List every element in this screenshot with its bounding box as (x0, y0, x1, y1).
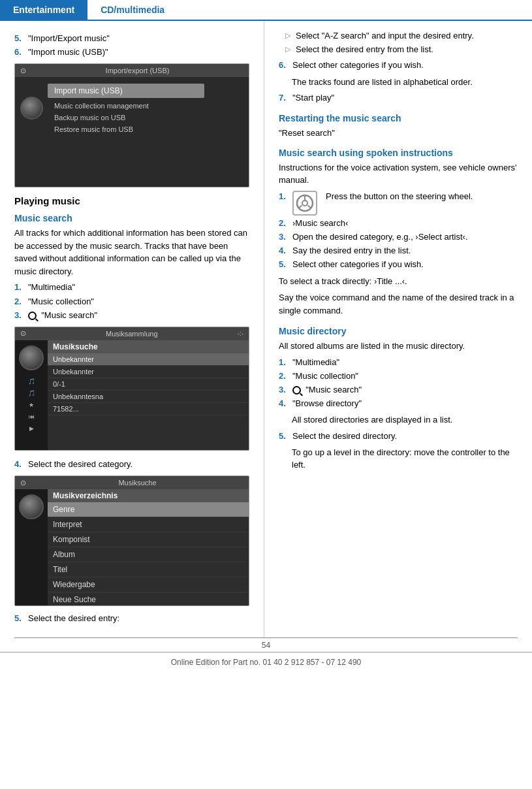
spoken-para: Instructions for the voice activation sy… (279, 161, 520, 187)
tab-cd-multimedia[interactable]: CD/multimedia (87, 0, 178, 20)
footer-divider: 54 (14, 637, 518, 650)
list-num: 5. (14, 33, 25, 44)
dir-step-5: 5. Select the desired directory. (279, 430, 520, 442)
topbar-title-3: Musiksuche (31, 479, 243, 487)
restarting-title: Restarting the music search (279, 113, 520, 123)
step-num: 2. (279, 370, 289, 382)
step-num: 1. (14, 282, 25, 293)
step-text: "Music search" (292, 384, 362, 396)
sidebar-knob-3 (19, 494, 44, 519)
screen-list-item-interpret: Interpret (48, 517, 249, 532)
dir-steps-list: 1. "Multimedia" 2. "Music collection" 3.… (279, 357, 520, 410)
list-item: 5. Select the desired entry: (14, 613, 252, 624)
spoken-step-4: 4. Say the desired entry in the list. (279, 245, 520, 257)
main-header-label: Musiksuche (53, 342, 98, 351)
spoken-note1: To select a track directly: ›Title ...‹. (279, 275, 520, 288)
step-num: 1. (279, 191, 289, 202)
topbar-icon-3: ⊙ (20, 479, 26, 487)
step-text: "Multimedia" (292, 357, 339, 368)
spoken-steps-list: 1. Press the button on the steering whee… (279, 191, 520, 271)
menu-item: Restore music from USB (48, 123, 249, 135)
bullet-item-2: ▷ Select the desired entry from the list… (279, 44, 520, 56)
screen-main-header-2: Musiksuche (48, 340, 249, 353)
screen-topbar-2: ⊙ Musiksammlung -:- (15, 327, 249, 340)
playing-music-title: Playing music (14, 195, 252, 206)
search-icon-dir (292, 386, 301, 394)
dir-step-3: 3. "Music search" (279, 384, 520, 396)
dir-step5-note: To go up a level in the directory: move … (279, 446, 520, 472)
list-item: 4. Select the desired category. (14, 459, 252, 470)
item-label: Unbekannter (53, 368, 94, 376)
screenshot-musikverzeichnis: ⊙ Musiksuche Musikverzeichnis Genre Inte… (14, 475, 249, 606)
step-text: "Music collection" (292, 370, 358, 382)
step6-note: The tracks found are listed in alphabeti… (279, 76, 520, 89)
music-search-para: All tracks for which additional informat… (14, 227, 252, 278)
list-text: "Import/Export music" (28, 33, 110, 44)
list-item: 6. "Import music (USB)" (14, 46, 252, 58)
footer-text: Online Edition for Part no. 01 40 2 912 … (171, 658, 362, 667)
step-num: 2. (279, 217, 289, 229)
step-num: 3. (279, 384, 289, 396)
step7-list: 7. "Start play" (279, 92, 520, 104)
screen-list-item: Unbekannter (48, 353, 249, 366)
step-num: 4. (14, 459, 25, 470)
footer: Online Edition for Part no. 01 40 2 912 … (0, 652, 532, 672)
step-num: 6. (279, 59, 289, 71)
screen-content-3: Musikverzeichnis Genre Interpret Komponi… (15, 489, 249, 606)
screen-menu: Import music (USB) Music collection mana… (15, 77, 249, 135)
search-icon (28, 312, 37, 320)
page-header: Entertainment CD/multimedia (0, 0, 532, 21)
step-text: "Start play" (292, 92, 334, 104)
topbar-time: -:- (238, 330, 243, 337)
topbar-title-2: Musiksammlung (31, 330, 232, 338)
left-column: 5. "Import/Export music" 6. "Import musi… (0, 21, 264, 637)
main-header-label-3: Musikverzeichnis (53, 491, 117, 500)
screen-list-item: Unbekannter (48, 366, 249, 378)
sidebar-icon: ⏮ (29, 413, 35, 420)
list-item: 2. "Music collection" (14, 296, 252, 308)
step-text: Select other categories if you wish. (292, 259, 424, 270)
screen-main-header-3: Musikverzeichnis (48, 489, 249, 502)
list-num: 6. (14, 46, 25, 58)
step4-list: 4. Select the desired category. (14, 459, 252, 470)
screen-list-item-album: Album (48, 547, 249, 562)
steering-wheel-svg (296, 194, 314, 212)
list-item: 3. "Music search" (14, 310, 252, 321)
screenshot-musiksammlung: ⊙ Musiksammlung -:- 🎵 🎵 ★ ⏮ ▶ Musiksuche (14, 327, 249, 451)
music-directory-title: Music directory (279, 326, 520, 336)
topbar-title: Import/export (USB) (31, 67, 243, 74)
item-label: 71582... (53, 405, 79, 413)
topbar-icon: ⊙ (20, 67, 26, 75)
step-text: "Multimedia" (28, 282, 75, 293)
menu-item-highlighted: Import music (USB) (48, 84, 204, 98)
screen-sidebar-2: 🎵 🎵 ★ ⏮ ▶ (15, 340, 48, 451)
step-num: 4. (279, 245, 289, 257)
screen-list-item-komponist: Komponist (48, 532, 249, 547)
screenshot-import-usb: ⊙ Import/export (USB) Import music (USB)… (14, 63, 249, 187)
music-directory-para: All stored albums are listed in the musi… (279, 340, 520, 353)
spoken-step-1: 1. Press the button on the steering whee… (279, 191, 520, 216)
step-text: Select the desired directory. (292, 430, 397, 442)
sidebar-icon: ★ (29, 402, 34, 408)
step-text: Say the desired entry in the list. (292, 245, 411, 257)
step-num: 2. (14, 296, 25, 308)
screen-list-item-neue-suche: Neue Suche (48, 592, 249, 606)
step-text: Select the desired entry: (28, 613, 119, 624)
item-label: Unbekanntesna (53, 393, 103, 400)
dir-step-1: 1. "Multimedia" (279, 357, 520, 368)
step-num: 7. (279, 92, 289, 104)
step-text: "Browse directory" (292, 398, 362, 410)
list-item: 1. "Multimedia" (14, 282, 252, 293)
bullet-text-1: Select "A-Z search" and input the desire… (296, 30, 474, 42)
page-number: 54 (14, 641, 518, 650)
dir-step-2: 2. "Music collection" (279, 370, 520, 382)
steering-wheel-icon (292, 191, 317, 216)
step-num: 5. (279, 430, 289, 442)
step-text: ›Music search‹ (292, 217, 348, 229)
screen-topbar-3: ⊙ Musiksuche (15, 476, 249, 489)
tab-entertainment[interactable]: Entertainment (0, 0, 87, 20)
dir-note: All stored directories are displayed in … (279, 413, 520, 427)
sidebar-knob (19, 346, 44, 370)
menu-item: Backup music on USB (48, 112, 249, 123)
step-num: 3. (14, 310, 25, 321)
